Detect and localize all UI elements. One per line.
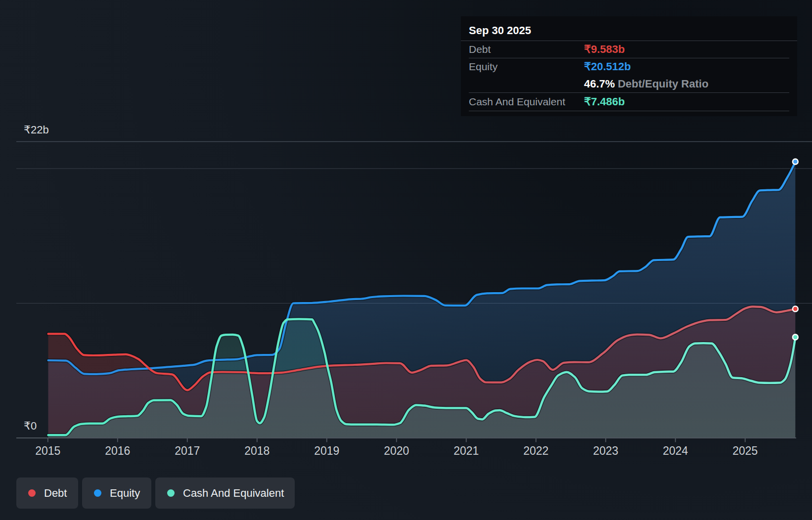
- svg-text:2017: 2017: [175, 444, 200, 457]
- svg-text:2021: 2021: [453, 444, 479, 457]
- svg-text:2020: 2020: [384, 444, 409, 457]
- svg-text:2019: 2019: [314, 444, 339, 457]
- svg-text:2015: 2015: [35, 444, 60, 457]
- svg-text:₹0: ₹0: [24, 420, 37, 432]
- svg-text:2025: 2025: [732, 444, 758, 457]
- svg-text:2024: 2024: [663, 444, 688, 457]
- svg-text:2018: 2018: [244, 444, 270, 457]
- svg-text:₹22b: ₹22b: [24, 124, 49, 136]
- svg-text:2016: 2016: [105, 444, 130, 457]
- svg-text:2022: 2022: [523, 444, 548, 457]
- svg-text:2023: 2023: [593, 444, 618, 457]
